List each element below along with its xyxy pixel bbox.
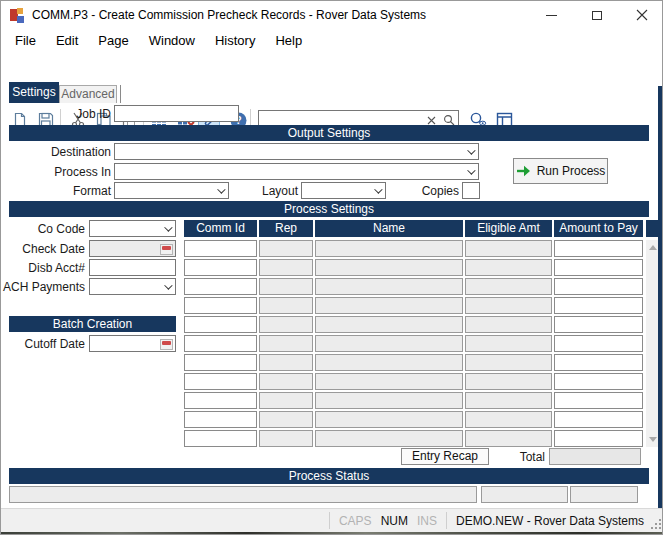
ach-payments-label: ACH Payments <box>1 279 85 296</box>
window-controls <box>529 1 663 29</box>
grid-cell-r7-eligible-amt <box>465 373 552 390</box>
cutoff-date-label: Cutoff Date <box>1 336 85 353</box>
grid-cell-r1-amount-to-pay[interactable] <box>554 259 643 276</box>
co-code-select[interactable] <box>89 220 176 237</box>
menu-page[interactable]: Page <box>88 29 138 53</box>
check-date-field[interactable] <box>89 240 176 257</box>
resize-grip[interactable] <box>651 519 661 529</box>
grid-cell-r5-name <box>315 335 463 352</box>
menu-help[interactable]: Help <box>265 29 312 53</box>
column-header-comm-id: Comm Id <box>184 220 257 237</box>
grid-cell-r6-rep <box>259 354 313 371</box>
process-in-label: Process In <box>1 164 111 181</box>
grid-cell-r4-name <box>315 316 463 333</box>
check-date-label: Check Date <box>1 241 85 258</box>
run-process-label: Run Process <box>537 164 606 178</box>
grid-cell-r5-amount-to-pay[interactable] <box>554 335 643 352</box>
grid-cell-r1-comm-id[interactable] <box>184 259 257 276</box>
insert-mode-indicator: INS <box>417 514 437 528</box>
chevron-down-icon <box>164 281 172 289</box>
statusbar-separator <box>446 512 447 529</box>
close-button[interactable] <box>619 1 663 29</box>
calendar-icon[interactable] <box>160 244 173 255</box>
grid-cell-r2-amount-to-pay[interactable] <box>554 278 643 295</box>
grid-cell-r0-comm-id[interactable] <box>184 240 257 257</box>
grid-cell-r2-name <box>315 278 463 295</box>
grid-cell-r4-amount-to-pay[interactable] <box>554 316 643 333</box>
grid-cell-r3-amount-to-pay[interactable] <box>554 297 643 314</box>
grid-cell-r4-comm-id[interactable] <box>184 316 257 333</box>
clear-search-icon <box>427 116 436 125</box>
grid-cell-r5-comm-id[interactable] <box>184 335 257 352</box>
calendar-icon[interactable] <box>160 339 173 350</box>
job-id-input[interactable] <box>114 105 239 122</box>
grid-cell-r9-comm-id[interactable] <box>184 411 257 428</box>
process-in-select[interactable] <box>114 163 479 180</box>
grid-cell-r9-rep <box>259 411 313 428</box>
destination-label: Destination <box>1 144 111 161</box>
process-status-message-field <box>9 486 477 503</box>
grid-cell-r4-rep <box>259 316 313 333</box>
disb-acct-input[interactable] <box>89 259 176 276</box>
grid-cell-r4-eligible-amt <box>465 316 552 333</box>
grid-cell-r1-name <box>315 259 463 276</box>
tab-advanced[interactable]: Advanced <box>59 85 117 103</box>
maximize-icon <box>592 11 602 20</box>
maximize-button[interactable] <box>574 1 619 29</box>
grid-cell-r9-amount-to-pay[interactable] <box>554 411 643 428</box>
process-status-header: Process Status <box>9 468 649 484</box>
grid-cell-r5-eligible-amt <box>465 335 552 352</box>
copies-input[interactable] <box>462 182 480 199</box>
process-status-field-3 <box>570 486 638 503</box>
grid-cell-r10-comm-id[interactable] <box>184 430 257 447</box>
grid-cell-r0-amount-to-pay[interactable] <box>554 240 643 257</box>
output-settings-header: Output Settings <box>9 125 649 141</box>
grid-cell-r2-comm-id[interactable] <box>184 278 257 295</box>
grid-cell-r9-eligible-amt <box>465 411 552 428</box>
menu-file[interactable]: File <box>5 29 46 53</box>
column-header-name: Name <box>315 220 463 237</box>
grid-cell-r6-amount-to-pay[interactable] <box>554 354 643 371</box>
destination-select[interactable] <box>114 143 479 160</box>
grid-cell-r2-eligible-amt <box>465 278 552 295</box>
session-label: DEMO.NEW - Rover Data Systems <box>456 514 644 528</box>
layout-select[interactable] <box>301 182 386 199</box>
grid-cell-r10-amount-to-pay[interactable] <box>554 430 643 447</box>
grid-cell-r3-rep <box>259 297 313 314</box>
grid-cell-r7-comm-id[interactable] <box>184 373 257 390</box>
grid-cell-r2-rep <box>259 278 313 295</box>
format-select[interactable] <box>114 182 229 199</box>
grid-cell-r10-rep <box>259 430 313 447</box>
grid-cell-r10-eligible-amt <box>465 430 552 447</box>
grid-cell-r8-amount-to-pay[interactable] <box>554 392 643 409</box>
chevron-down-icon <box>164 223 172 231</box>
cutoff-date-field[interactable] <box>89 335 176 352</box>
grid-cell-r6-eligible-amt <box>465 354 552 371</box>
minimize-button[interactable] <box>529 1 574 29</box>
grid-cell-r3-comm-id[interactable] <box>184 297 257 314</box>
grid-cell-r8-eligible-amt <box>465 392 552 409</box>
window-title: COMM.P3 - Create Commission Precheck Rec… <box>32 1 426 29</box>
entry-recap-button[interactable]: Entry Recap <box>401 448 489 465</box>
column-header-eligible-amt: Eligible Amt <box>465 220 552 237</box>
scroll-up-icon[interactable] <box>649 245 657 250</box>
menu-history[interactable]: History <box>205 29 265 53</box>
menu-window[interactable]: Window <box>139 29 205 53</box>
batch-creation-header: Batch Creation <box>9 316 176 332</box>
grid-cell-r10-name <box>315 430 463 447</box>
grid-cell-r7-amount-to-pay[interactable] <box>554 373 643 390</box>
menu-edit[interactable]: Edit <box>46 29 88 53</box>
grid-cell-r1-rep <box>259 259 313 276</box>
grid-cell-r3-eligible-amt <box>465 297 552 314</box>
grid-cell-r0-name <box>315 240 463 257</box>
title-bar: COMM.P3 - Create Commission Precheck Rec… <box>1 1 663 29</box>
grid-cell-r8-rep <box>259 392 313 409</box>
grid-cell-r1-eligible-amt <box>465 259 552 276</box>
run-process-button[interactable]: Run Process <box>513 158 608 184</box>
grid-cell-r6-comm-id[interactable] <box>184 354 257 371</box>
tab-settings[interactable]: Settings <box>9 82 59 103</box>
scroll-down-icon[interactable] <box>649 437 657 442</box>
ach-payments-select[interactable] <box>89 278 176 295</box>
grid-cell-r9-name <box>315 411 463 428</box>
grid-cell-r8-comm-id[interactable] <box>184 392 257 409</box>
